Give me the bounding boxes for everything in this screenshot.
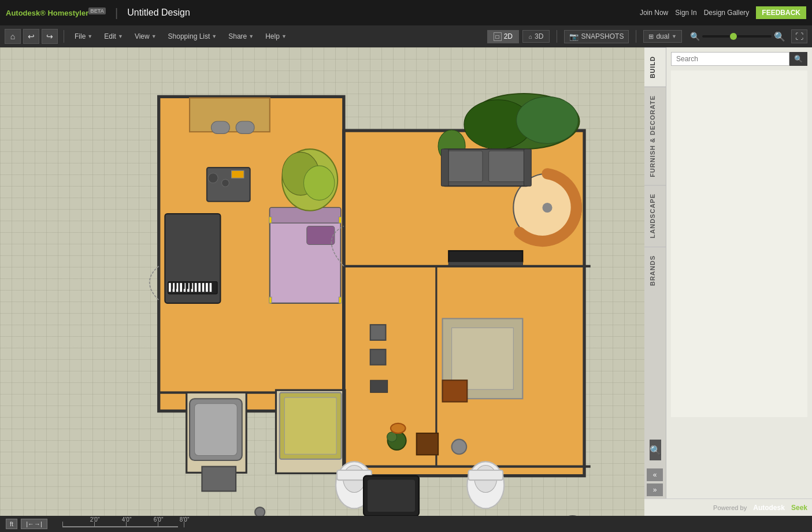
- view-mode-group: □ 2D ⌂ 3D 📷 SNAPSHOTS ⊞ dual ▼ 🔍 🔍 ⛶: [487, 29, 807, 43]
- svg-rect-14: [307, 226, 335, 244]
- tab-spacer: [644, 294, 666, 434]
- topbar-left: Autodesk® HomestylerBETA | Untitled Desi…: [6, 6, 190, 20]
- brand-separator: |: [115, 6, 118, 20]
- svg-rect-36: [187, 283, 188, 289]
- share-caret: ▼: [249, 34, 254, 39]
- file-label: File: [75, 32, 86, 40]
- floorplan-svg: [0, 47, 644, 516]
- menu-separator-1: [64, 30, 64, 43]
- svg-point-77: [391, 423, 406, 433]
- autodesk-logo: Autodesk® HomestylerBETA: [6, 8, 106, 17]
- edit-label: Edit: [104, 32, 116, 40]
- zoom-out-icon[interactable]: 🔍: [690, 32, 700, 41]
- ruler-button[interactable]: |←→|: [21, 519, 47, 529]
- collapse-right-button[interactable]: »: [647, 483, 663, 496]
- main-area: BUILD FURNISH & DECORATE LANDSCAPE BRAND…: [0, 47, 812, 516]
- svg-rect-72: [468, 470, 503, 480]
- tab-build[interactable]: BUILD: [644, 47, 666, 87]
- panel-footer: Powered by Autodesk Seek: [644, 498, 812, 516]
- snapshots-label: SNAPSHOTS: [581, 32, 624, 40]
- search-input[interactable]: [671, 52, 789, 66]
- tab-landscape[interactable]: LANDSCAPE: [644, 185, 666, 246]
- dual-icon: ⊞: [648, 33, 654, 40]
- shopping-list-menu[interactable]: Shopping List ▼: [164, 30, 222, 43]
- panel-search-icon[interactable]: 🔍: [650, 440, 661, 460]
- right-panel-inner: BUILD FURNISH & DECORATE LANDSCAPE BRAND…: [644, 47, 812, 498]
- sign-in-link[interactable]: Sign In: [675, 9, 696, 17]
- file-caret: ▼: [87, 34, 92, 39]
- undo-button[interactable]: ↩: [23, 29, 39, 44]
- dual-button[interactable]: ⊞ dual ▼: [643, 30, 682, 43]
- topbar: Autodesk® HomestylerBETA | Untitled Desi…: [0, 0, 812, 25]
- bottombar: ft |←→| 2'0" 4'0" 6'0" 8'0": [0, 516, 812, 532]
- share-label: Share: [228, 32, 247, 40]
- svg-rect-53: [524, 149, 531, 186]
- scale-label-4: 8'0": [180, 516, 190, 523]
- svg-rect-16: [339, 217, 341, 223]
- svg-rect-61: [370, 325, 386, 340]
- zoom-in-icon[interactable]: 🔍: [774, 31, 785, 42]
- mode-3d-button[interactable]: ⌂ 3D: [522, 30, 550, 43]
- scale-mark-0: [62, 522, 63, 527]
- powered-by-label: Powered by: [713, 504, 747, 511]
- svg-rect-32: [209, 283, 212, 292]
- home-button[interactable]: ⌂: [5, 29, 21, 44]
- unit-button[interactable]: ft: [6, 519, 17, 529]
- svg-rect-52: [441, 149, 448, 186]
- mode-3d-label: 3D: [535, 32, 543, 40]
- svg-rect-74: [367, 479, 415, 512]
- mode-2d-label: 2D: [504, 32, 513, 40]
- svg-point-11: [542, 203, 552, 213]
- panel-content: 🔍: [666, 47, 812, 498]
- svg-rect-31: [206, 283, 208, 292]
- autodesk-label: Autodesk: [753, 504, 785, 512]
- svg-rect-60: [284, 397, 336, 454]
- svg-rect-15: [269, 217, 272, 223]
- snapshots-button[interactable]: 📷 SNAPSHOTS: [564, 30, 629, 43]
- file-menu[interactable]: File ▼: [70, 30, 97, 43]
- beta-badge: BETA: [88, 8, 106, 14]
- panel-tabs: BUILD FURNISH & DECORATE LANDSCAPE BRAND…: [644, 47, 666, 498]
- svg-rect-57: [195, 404, 238, 456]
- design-gallery-link[interactable]: Design Gallery: [704, 9, 750, 17]
- feedback-button[interactable]: FEEDBACK: [756, 6, 806, 19]
- menu-separator-2: [557, 30, 557, 43]
- svg-rect-50: [446, 151, 483, 181]
- canvas-area[interactable]: [0, 47, 644, 516]
- autodesk-text: Autodesk: [6, 9, 40, 17]
- zoom-bar: 🔍 🔍: [690, 31, 785, 42]
- fullscreen-button[interactable]: ⛶: [791, 29, 807, 43]
- share-menu[interactable]: Share ▼: [224, 30, 258, 43]
- svg-rect-66: [443, 380, 468, 401]
- join-now-link[interactable]: Join Now: [640, 9, 668, 17]
- svg-rect-58: [202, 467, 236, 492]
- svg-rect-87: [236, 121, 254, 133]
- panel-search-area: 🔍: [644, 434, 666, 466]
- edit-menu[interactable]: Edit ▼: [99, 30, 128, 43]
- svg-rect-30: [202, 283, 204, 292]
- view-menu[interactable]: View ▼: [130, 30, 161, 43]
- camera-icon: 📷: [569, 32, 579, 41]
- redo-button[interactable]: ↪: [42, 29, 58, 44]
- help-menu[interactable]: Help ▼: [261, 30, 291, 43]
- mode-2d-button[interactable]: □ 2D: [487, 30, 519, 43]
- help-label: Help: [265, 32, 280, 40]
- tab-furnish[interactable]: FURNISH & DECORATE: [644, 87, 666, 185]
- tab-brands[interactable]: BRANDS: [644, 247, 666, 294]
- svg-rect-78: [417, 433, 438, 455]
- panel-items-area: [671, 70, 807, 417]
- zoom-slider[interactable]: [702, 35, 772, 38]
- shopping-list-label: Shopping List: [168, 32, 210, 40]
- svg-rect-24: [180, 283, 182, 292]
- panel-arrows: « »: [644, 466, 666, 498]
- menubar: ⌂ ↩ ↪ File ▼ Edit ▼ View ▼ Shopping List…: [0, 25, 812, 47]
- collapse-left-button[interactable]: «: [647, 468, 663, 481]
- svg-rect-86: [211, 121, 229, 133]
- 3d-icon: ⌂: [529, 34, 532, 40]
- ruler-icon: |←→|: [26, 520, 42, 527]
- svg-rect-29: [198, 283, 201, 292]
- svg-point-40: [208, 173, 218, 183]
- svg-point-80: [255, 507, 265, 516]
- search-button[interactable]: 🔍: [789, 52, 807, 66]
- product-name: ® Homestyler: [40, 9, 88, 17]
